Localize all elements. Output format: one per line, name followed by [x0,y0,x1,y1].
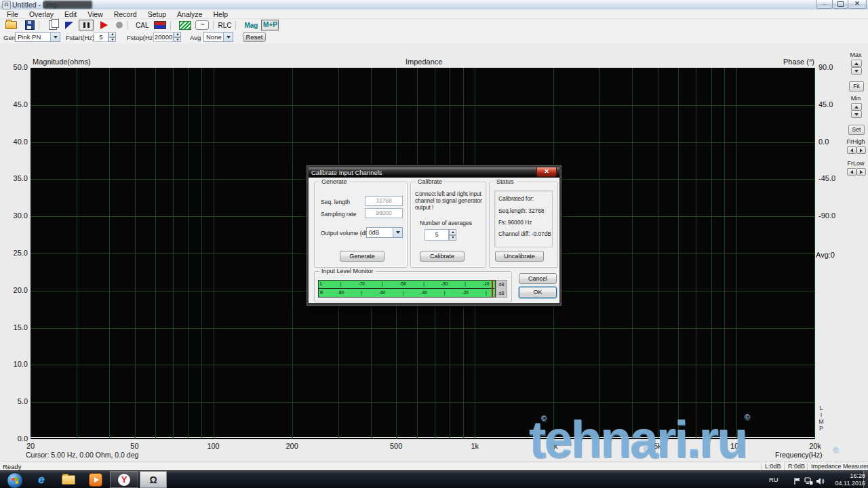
output-volume-combo[interactable]: 0dB [366,227,403,238]
y-left-tick: 50.0 [0,63,28,72]
dialog-titlebar[interactable]: Calibrate Input Channels ✕ [309,167,559,178]
status-ready: Ready [3,463,21,470]
tray-expand-icon[interactable] [785,477,789,488]
generate-button[interactable]: Generate [340,251,384,262]
avg-label: Avg [190,34,201,41]
menu-item-help[interactable]: Help [208,9,233,19]
y-left-tick: 0.0 [0,434,28,443]
averaging-combo[interactable]: None [203,32,233,42]
frhigh-left-button[interactable] [847,146,856,154]
fstop-input[interactable]: 20000 [153,32,174,42]
meter-scale-top: | [340,281,342,286]
fstart-spinner[interactable] [108,32,116,42]
app-icon: Ω [2,1,11,9]
max-down-button[interactable] [851,67,862,75]
y-right-tick: 0.0 [818,138,829,146]
fstop-spinner[interactable] [174,32,181,42]
network-icon[interactable] [804,476,813,488]
sampling-rate-input[interactable]: 96000 [365,208,403,218]
frlow-left-button[interactable] [847,168,856,176]
signal-generator-icon[interactable]: ~ [195,20,209,30]
min-down-button[interactable] [851,110,862,118]
language-indicator[interactable]: RU [769,476,778,483]
ok-button[interactable]: OK [519,287,557,298]
uncalibrate-button[interactable]: Uncalibrate [495,251,544,262]
meter-scale-top: | [465,281,466,286]
frlow-label: FrLow [844,160,868,167]
status-line: Calibrated for: [498,195,534,202]
copy-icon[interactable] [49,20,57,30]
magnitude-phase-view-button[interactable]: M+P [261,20,279,30]
level-meter-axis [318,288,494,289]
maximize-button[interactable] [832,0,848,9]
seq-length-label: Seq. length [321,199,350,205]
status-line: Channel diff: -0.07dB [498,230,551,237]
taskbar-item-yandex[interactable]: Y [110,471,138,488]
menu-item-file[interactable]: File [1,9,24,19]
calibrate-button[interactable]: Calibrate [420,251,465,262]
magnitude-view-button[interactable]: Mag [244,22,258,29]
close-button[interactable]: ✕ [848,0,867,9]
menu-item-view[interactable]: View [82,9,108,19]
censored-blur [43,1,92,9]
fstop-label: Fstop(Hz) [127,34,155,41]
menu-item-analyze[interactable]: Analyze [172,9,208,19]
averaging-value: None [206,33,222,41]
pause-button[interactable] [79,20,94,30]
taskbar-item-explorer[interactable] [57,472,80,487]
x-tick: 5k [654,442,662,450]
chart-title: Impedance [406,58,442,66]
cal-button[interactable]: CAL [136,22,149,29]
averages-input[interactable]: 5 [425,229,449,241]
fit-button[interactable]: Fit [849,81,864,92]
x-tick: 10k [730,442,743,450]
menu-item-overlay[interactable]: Overlay [24,9,59,19]
magnitude-trace [31,437,815,438]
db-unit-label: dB [496,282,507,287]
reset-button[interactable]: Reset [243,32,266,42]
action-center-flag-icon[interactable] [793,476,802,488]
menu-item-edit[interactable]: Edit [59,9,82,19]
folder-icon [62,475,75,485]
db-unit-label: dB [496,291,507,296]
frhigh-right-button[interactable] [856,146,866,154]
record-button[interactable] [116,22,123,28]
marker-flag-icon[interactable] [65,22,73,29]
spectrum-icon[interactable] [179,21,191,30]
start-button[interactable] [7,472,23,488]
show-desktop-button[interactable] [863,471,868,488]
fstart-input[interactable]: 5 [94,32,108,42]
status-separator [784,463,785,470]
rlc-button[interactable]: RLC [218,22,231,29]
overlay-colors-icon[interactable] [154,21,166,29]
meter-scale-bottom: -40 [420,290,427,295]
calibrate-dialog: Calibrate Input Channels ✕ Generate Seq.… [306,165,562,306]
min-up-button[interactable] [851,103,862,110]
seq-length-input[interactable]: 32768 [365,196,403,206]
max-up-button[interactable] [851,60,862,67]
tray-clock[interactable]: 16:28 04.11.2016 [831,472,865,487]
taskbar-item-limp[interactable]: Ω [140,471,167,488]
taskbar-item-ie[interactable]: e [30,472,53,487]
generator-type-combo[interactable]: Pink PN [15,32,60,42]
play-button[interactable] [100,21,108,29]
parameter-bar: Gen Pink PN Fstart(Hz) 5 Fstop(Hz) 20000… [0,31,868,44]
volume-icon[interactable] [816,476,825,488]
minimize-button[interactable]: – [816,0,833,9]
menu-item-record[interactable]: Record [108,9,142,19]
meter-scale-bottom: -80 [338,290,344,295]
cancel-button[interactable]: Cancel [519,273,557,284]
screen: Ω Untitled - Limp – ✕ FileOverlayEditVie… [0,0,868,488]
set-button[interactable]: Set [848,125,865,135]
frlow-right-button[interactable] [856,168,866,176]
limp-watermark-text: L I M P [818,405,825,432]
meter-scale-top: L [320,281,323,286]
dialog-close-button[interactable]: ✕ [536,167,557,177]
menu-item-setup[interactable]: Setup [142,9,172,19]
menu-bar: FileOverlayEditViewRecordSetupAnalyzeHel… [0,9,868,19]
averages-spinner[interactable] [449,229,456,241]
open-file-icon[interactable] [5,21,17,29]
dialog-body: Generate Seq. length 32768 Sampling rate… [309,178,559,303]
save-icon[interactable] [25,20,35,30]
taskbar-item-media-player[interactable] [84,472,107,487]
